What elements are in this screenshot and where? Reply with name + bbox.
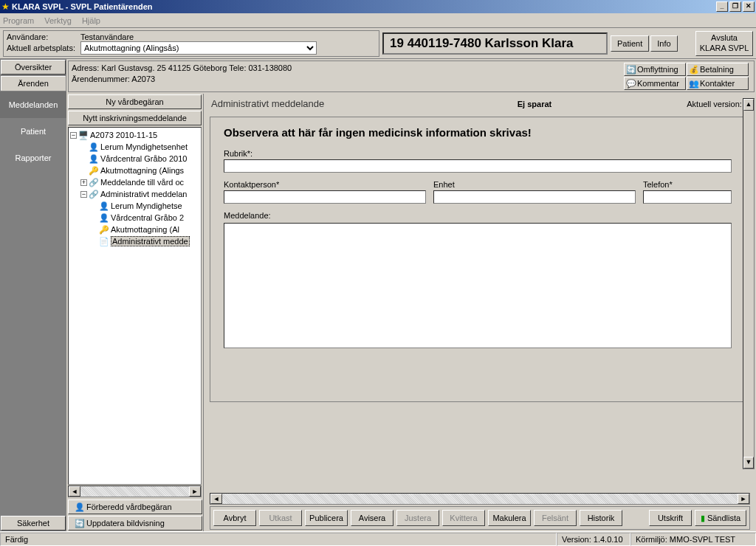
- maximize-button[interactable]: ❐: [729, 1, 741, 12]
- window-title: KLARA SVPL - SVPL Patientärenden: [12, 2, 715, 11]
- kontakt-input[interactable]: [224, 190, 426, 204]
- folder-icon: 🖥️: [78, 131, 89, 140]
- tree-item[interactable]: Lerum Myndighetse: [111, 201, 182, 210]
- scroll-right-icon[interactable]: ►: [738, 494, 749, 504]
- person-icon: 👤: [99, 213, 109, 223]
- status-bar: Färdig Version: 1.4.0.10 Körmiljö: MMO-S…: [0, 531, 756, 546]
- left-sidebar: Översikter Ärenden Meddelanden Patient R…: [0, 59, 66, 531]
- arbetsplats-select[interactable]: Akutmottagning (Alingsås): [80, 41, 317, 55]
- forberedd-button[interactable]: 👤Förberedd vårdbegäran: [68, 500, 202, 514]
- tab-oversikter[interactable]: Översikter: [1, 60, 66, 75]
- header-info: Adress: Karl Gustavsg. 25 41125 Göteborg…: [68, 61, 755, 92]
- menu-program[interactable]: Program: [3, 16, 34, 25]
- scroll-up-icon[interactable]: ▲: [743, 99, 754, 111]
- tab-arenden[interactable]: Ärenden: [1, 76, 66, 91]
- nav-rapporter[interactable]: Rapporter: [0, 145, 66, 171]
- move-icon: 🔄: [626, 65, 635, 74]
- sandlista-button[interactable]: ▮Sändlista: [695, 510, 746, 526]
- meddelande-textarea[interactable]: [224, 223, 732, 348]
- button-bar: Avbryt Utkast Publicera Avisera Justera …: [210, 506, 750, 530]
- scroll-left-icon[interactable]: ◄: [210, 494, 222, 504]
- kommentar-button[interactable]: 💬Kommentar: [624, 77, 686, 90]
- publicera-button[interactable]: Publicera: [305, 510, 348, 526]
- warning-text: Observera att här får ingen medicinsk in…: [224, 126, 732, 139]
- status-fardig: Färdig: [0, 533, 557, 546]
- person-icon: 👤: [99, 201, 109, 211]
- tree-item[interactable]: Vårdcentral Gråbo 2010: [100, 154, 187, 163]
- arbetsplats-label: Aktuell arbetsplats:: [7, 44, 80, 52]
- top-info-row: Användare: Testanvändare Aktuell arbetsp…: [0, 28, 756, 59]
- key-icon: 🔑: [89, 166, 99, 176]
- title-bar: ★ KLARA SVPL - SVPL Patientärenden _ ❐ ✕: [0, 0, 756, 13]
- collapse-icon[interactable]: −: [80, 191, 87, 198]
- anvandare-label: Användare:: [7, 32, 80, 41]
- content-title: Administrativt meddelande: [211, 98, 439, 109]
- tree-item[interactable]: Lerum Myndighetsenhet: [100, 142, 188, 151]
- info-button[interactable]: Info: [650, 35, 677, 52]
- payment-icon: 💰: [689, 65, 698, 74]
- scroll-right-icon[interactable]: ►: [189, 486, 201, 497]
- kontakter-button[interactable]: 👥Kontakter: [687, 77, 749, 90]
- key-icon: 🔑: [99, 225, 109, 235]
- enhet-input[interactable]: [433, 190, 636, 204]
- utkast-button[interactable]: Utkast: [259, 510, 302, 526]
- person-icon: 👤: [89, 142, 99, 152]
- list-icon: ▮: [701, 514, 705, 523]
- scroll-down-icon[interactable]: ▼: [743, 457, 754, 469]
- scroll-left-icon[interactable]: ◄: [69, 486, 80, 497]
- header-arende: Ärendenummer: A2073: [72, 74, 624, 85]
- document-icon: 📄: [99, 237, 109, 246]
- avbryt-button[interactable]: Avbryt: [213, 510, 256, 526]
- betalning-button[interactable]: 💰Betalning: [687, 63, 749, 76]
- menu-hjalp[interactable]: Hjälp: [82, 16, 100, 25]
- contacts-icon: 👥: [689, 79, 698, 88]
- content-panel: Administrativt meddelande Ej sparat Aktu…: [204, 94, 756, 531]
- tree-item[interactable]: Administrativt meddelan: [100, 190, 187, 198]
- nytt-inskrivning-button[interactable]: Nytt inskrivningsmeddelande: [68, 111, 202, 125]
- person-icon: 👤: [89, 154, 99, 164]
- content-status: Ej sparat: [439, 100, 630, 108]
- collapse-icon[interactable]: −: [70, 132, 77, 139]
- tree-item[interactable]: Meddelande till vård oc: [100, 178, 184, 187]
- historik-button[interactable]: Historik: [580, 510, 622, 526]
- ny-vardbegaran-button[interactable]: Ny vårdbegäran: [68, 94, 202, 109]
- justera-button[interactable]: Justera: [396, 510, 439, 526]
- minimize-button[interactable]: _: [716, 1, 728, 12]
- telefon-input[interactable]: [643, 190, 732, 204]
- utskrift-button[interactable]: Utskrift: [649, 510, 692, 526]
- rubrik-input[interactable]: [224, 159, 732, 173]
- felsant-button[interactable]: Felsänt: [534, 510, 577, 526]
- omflyttning-button[interactable]: 🔄Omflyttning: [624, 63, 686, 76]
- form-panel: Observera att här får ingen medicinsk in…: [210, 117, 746, 402]
- link-icon: 🔗: [89, 178, 99, 187]
- tree-item[interactable]: Akutmottagning (Alings: [100, 166, 184, 175]
- nav-meddelanden[interactable]: Meddelanden: [0, 91, 66, 118]
- expand-icon[interactable]: +: [80, 179, 87, 186]
- avisera-button[interactable]: Avisera: [351, 510, 394, 526]
- anvandare-value: Testanvändare: [80, 32, 376, 41]
- content-vscroll[interactable]: ▲ ▼: [743, 98, 755, 469]
- kvittera-button[interactable]: Kvittera: [442, 510, 485, 526]
- tree-view[interactable]: −🖥️A2073 2010-11-15 👤Lerum Myndighetsenh…: [68, 127, 202, 485]
- tree-item-selected[interactable]: Administrativt medde: [111, 236, 190, 246]
- meddelande-label: Meddelande:: [224, 211, 732, 220]
- content-version: Aktuell version: 0: [630, 100, 749, 108]
- tab-sakerhet[interactable]: Säkerhet: [1, 516, 66, 531]
- patient-button[interactable]: Patient: [611, 35, 649, 52]
- tree-item[interactable]: Vårdcentral Gråbo 2: [111, 213, 184, 222]
- tree-hscroll[interactable]: ◄ ►: [68, 485, 202, 497]
- makulera-button[interactable]: Makulera: [488, 510, 531, 526]
- menu-verktyg[interactable]: Verktyg: [44, 16, 72, 25]
- close-button[interactable]: ✕: [743, 1, 755, 12]
- refresh-icon: 🔄: [75, 519, 83, 528]
- comment-icon: 💬: [626, 79, 635, 88]
- status-miljo: Körmiljö: MMO-SVPL TEST: [630, 533, 756, 546]
- telefon-label: Telefon*: [643, 180, 732, 189]
- tree-root[interactable]: A2073 2010-11-15: [90, 131, 157, 139]
- tree-item[interactable]: Akutmottagning (Al: [111, 225, 179, 234]
- content-hscroll[interactable]: ◄ ►: [210, 493, 750, 505]
- exit-button[interactable]: Avsluta KLARA SVPL: [695, 31, 753, 56]
- uppdatera-button[interactable]: 🔄Uppdatera bildvisning: [68, 516, 202, 531]
- user-block: Användare: Testanvändare Aktuell arbetsp…: [3, 30, 379, 57]
- nav-patient[interactable]: Patient: [0, 118, 66, 145]
